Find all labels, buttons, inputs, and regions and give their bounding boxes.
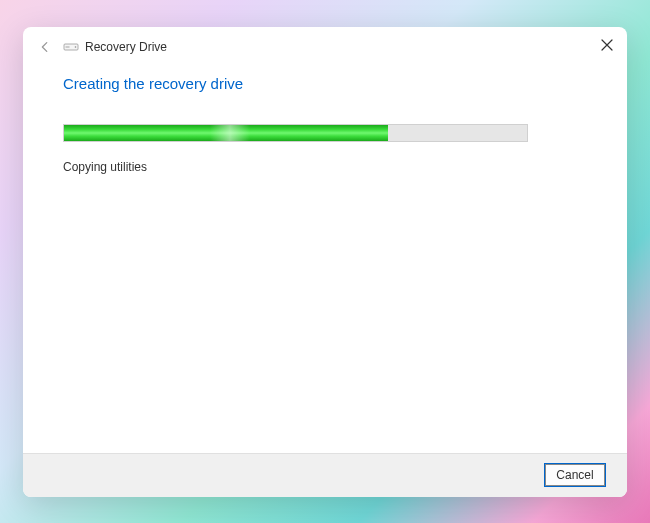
footer: Cancel — [23, 453, 627, 497]
svg-rect-1 — [66, 46, 70, 48]
app-title: Recovery Drive — [85, 40, 167, 54]
progress-fill — [64, 125, 388, 141]
progress-bar — [63, 124, 528, 142]
status-text: Copying utilities — [63, 160, 587, 174]
cancel-button[interactable]: Cancel — [545, 464, 605, 486]
content-area: Creating the recovery drive Copying util… — [23, 67, 627, 453]
close-icon — [601, 39, 613, 51]
back-arrow-icon — [38, 40, 52, 54]
titlebar: Recovery Drive — [23, 27, 627, 67]
drive-icon — [63, 41, 79, 53]
back-button — [35, 37, 55, 57]
dialog-window: Recovery Drive Creating the recovery dri… — [23, 27, 627, 497]
page-heading: Creating the recovery drive — [63, 75, 587, 92]
close-button[interactable] — [597, 35, 617, 55]
svg-point-2 — [75, 46, 77, 48]
